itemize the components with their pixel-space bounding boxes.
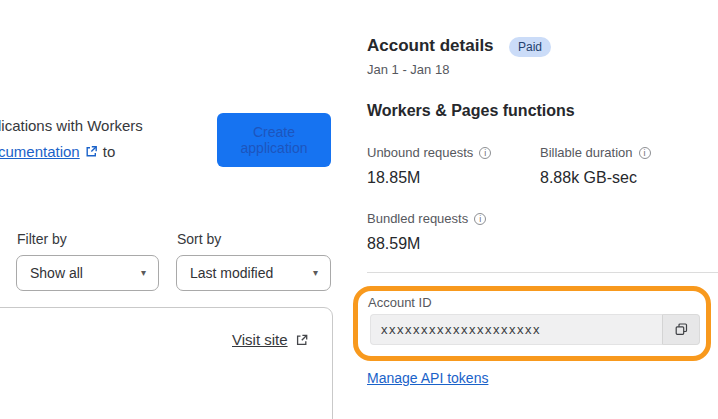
create-application-button[interactable]: Create application: [217, 113, 331, 167]
chevron-down-icon: ▾: [141, 268, 146, 278]
project-card: [0, 307, 333, 419]
billable-duration-value: 8.88k GB-sec: [540, 169, 637, 187]
manage-api-tokens-link[interactable]: Manage API tokens: [367, 370, 488, 386]
info-icon[interactable]: i: [474, 213, 486, 225]
workers-pages-functions-title: Workers & Pages functions: [367, 102, 575, 120]
sort-dropdown[interactable]: Last modified ▾: [176, 255, 331, 291]
info-icon[interactable]: i: [479, 147, 491, 159]
filter-by-label: Filter by: [17, 231, 67, 247]
external-link-icon: [85, 145, 98, 158]
intro-text-line1: lications with Workers: [0, 117, 143, 134]
bundled-requests-label: Bundled requests i: [367, 211, 486, 226]
account-details-title: Account details: [367, 36, 494, 56]
sort-by-label: Sort by: [177, 231, 221, 247]
info-icon[interactable]: i: [639, 147, 651, 159]
sort-dropdown-value: Last modified: [190, 265, 273, 281]
metric-label-text: Bundled requests: [367, 211, 468, 226]
bundled-requests-value: 88.59M: [367, 235, 420, 253]
unbound-requests-value: 18.85M: [367, 169, 420, 187]
copy-icon: [674, 322, 689, 337]
account-id-label: Account ID: [368, 295, 432, 310]
paid-badge: Paid: [509, 37, 551, 57]
account-id-group: [370, 314, 700, 345]
chevron-down-icon: ▾: [313, 268, 318, 278]
documentation-link[interactable]: cumentation: [0, 143, 80, 160]
workers-pages-dashboard: lications with Workers cumentation to Cr…: [0, 0, 718, 419]
copy-button[interactable]: [662, 314, 700, 345]
filter-dropdown-value: Show all: [30, 265, 83, 281]
unbound-requests-label: Unbound requests i: [367, 145, 491, 160]
metric-label-text: Unbound requests: [367, 145, 473, 160]
account-id-input[interactable]: [370, 314, 662, 345]
intro-text-suffix: to: [103, 143, 116, 160]
intro-text-line2: cumentation to: [0, 143, 115, 160]
visit-site-link[interactable]: Visit site: [232, 331, 288, 348]
date-range: Jan 1 - Jan 18: [367, 62, 449, 77]
filter-dropdown[interactable]: Show all ▾: [16, 255, 159, 291]
divider: [367, 272, 718, 273]
external-link-icon: [295, 333, 309, 347]
billable-duration-label: Billable duration i: [540, 145, 651, 160]
metric-label-text: Billable duration: [540, 145, 633, 160]
visit-site-row: Visit site: [232, 331, 309, 348]
